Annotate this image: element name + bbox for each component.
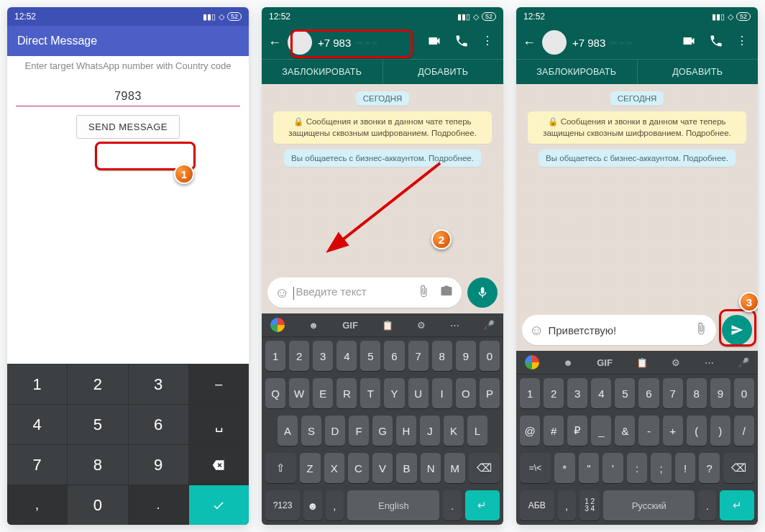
- encryption-notice[interactable]: 🔒 Сообщения и звонки в данном чате тепер…: [273, 111, 491, 144]
- message-input[interactable]: Введите текст: [293, 285, 410, 299]
- key-period[interactable]: .: [698, 490, 716, 520]
- key-z[interactable]: Z: [300, 453, 321, 483]
- key-1[interactable]: 1: [7, 364, 68, 404]
- mic-icon[interactable]: 🎤: [738, 357, 749, 368]
- key-space[interactable]: English: [347, 490, 439, 520]
- back-button[interactable]: ←: [266, 35, 283, 50]
- key-space[interactable]: Русский: [603, 490, 695, 520]
- key-plus[interactable]: +: [663, 416, 683, 446]
- key-colon[interactable]: :: [627, 453, 648, 483]
- more-icon[interactable]: ⋯: [450, 320, 459, 331]
- clipboard-icon[interactable]: 📋: [382, 320, 393, 331]
- key-g[interactable]: G: [372, 416, 393, 446]
- key-confirm[interactable]: [189, 485, 249, 525]
- message-input-pill[interactable]: ☺ Введите текст: [267, 278, 462, 308]
- key-rparen[interactable]: ): [710, 416, 730, 446]
- business-notice[interactable]: Вы общаетесь с бизнес-аккаунтом. Подробн…: [284, 150, 481, 167]
- key-8[interactable]: 8: [687, 378, 707, 408]
- contact-name[interactable]: +7 983··· ·· ··: [316, 37, 423, 49]
- key-star[interactable]: *: [554, 453, 575, 483]
- key-abc[interactable]: АБВ: [520, 490, 554, 520]
- key-3[interactable]: 3: [567, 378, 587, 408]
- key-backspace[interactable]: ⌫: [469, 453, 500, 483]
- key-backspace[interactable]: [189, 444, 249, 485]
- key-comma[interactable]: ,: [558, 490, 576, 520]
- key-k[interactable]: K: [444, 416, 464, 446]
- videocall-icon[interactable]: [427, 34, 441, 51]
- settings-icon[interactable]: ⚙: [417, 320, 426, 331]
- message-input[interactable]: Приветствую!: [548, 324, 687, 336]
- key-dquote[interactable]: ": [579, 453, 600, 483]
- key-l[interactable]: L: [467, 416, 487, 446]
- key-dash[interactable]: –: [189, 364, 249, 404]
- key-comma[interactable]: ,: [326, 490, 344, 520]
- back-button[interactable]: ←: [521, 35, 538, 50]
- key-underscore[interactable]: _: [591, 416, 611, 446]
- key-q[interactable]: Q: [265, 378, 285, 408]
- key-9[interactable]: 9: [456, 341, 476, 371]
- key-h[interactable]: H: [396, 416, 416, 446]
- key-1[interactable]: 1: [520, 378, 540, 408]
- key-8[interactable]: 8: [68, 444, 128, 485]
- key-r[interactable]: R: [336, 378, 357, 408]
- key-j[interactable]: J: [420, 416, 440, 446]
- google-icon[interactable]: [525, 355, 539, 370]
- key-v[interactable]: V: [372, 453, 393, 483]
- key-b[interactable]: B: [396, 453, 417, 483]
- key-f[interactable]: F: [349, 416, 369, 446]
- key-symbols[interactable]: ?123: [265, 490, 300, 520]
- key-4[interactable]: 4: [7, 404, 68, 444]
- key-7[interactable]: 7: [7, 444, 68, 485]
- more-icon[interactable]: ⋯: [705, 357, 714, 368]
- key-3[interactable]: 3: [129, 364, 189, 404]
- key-slash[interactable]: /: [734, 416, 754, 446]
- gif-icon[interactable]: GIF: [597, 357, 613, 368]
- key-9[interactable]: 9: [710, 378, 730, 408]
- camera-icon[interactable]: [437, 285, 456, 301]
- block-button[interactable]: ЗАБЛОКИРОВАТЬ: [516, 60, 638, 84]
- send-message-button[interactable]: SEND MESSAGE: [76, 115, 180, 139]
- block-button[interactable]: ЗАБЛОКИРОВАТЬ: [262, 60, 383, 84]
- key-minus[interactable]: -: [638, 416, 659, 446]
- key-6[interactable]: 6: [384, 341, 404, 371]
- key-bang[interactable]: !: [675, 453, 696, 483]
- key-period[interactable]: .: [129, 485, 189, 525]
- key-x[interactable]: X: [324, 453, 345, 483]
- key-o[interactable]: O: [456, 378, 476, 408]
- avatar[interactable]: [542, 30, 567, 55]
- google-icon[interactable]: [270, 318, 285, 332]
- key-2[interactable]: 2: [544, 378, 564, 408]
- key-d[interactable]: D: [325, 416, 345, 446]
- sticker-icon[interactable]: ☻: [563, 357, 573, 368]
- contact-name[interactable]: +7 983··· ·· ··: [571, 37, 677, 49]
- business-notice[interactable]: Вы общаетесь с бизнес-аккаунтом. Подробн…: [539, 150, 736, 167]
- key-9[interactable]: 9: [129, 444, 189, 485]
- key-ruble[interactable]: ₽: [567, 416, 587, 446]
- key-space[interactable]: ␣: [189, 404, 249, 444]
- key-numeric[interactable]: 1 23 4: [580, 490, 600, 520]
- key-5[interactable]: 5: [360, 341, 380, 371]
- add-button[interactable]: ДОБАВИТЬ: [383, 60, 504, 84]
- key-more-symbols[interactable]: =\<: [520, 453, 551, 483]
- key-7[interactable]: 7: [408, 341, 429, 371]
- key-0[interactable]: 0: [480, 341, 500, 371]
- key-hash[interactable]: #: [544, 416, 564, 446]
- key-c[interactable]: C: [348, 453, 369, 483]
- gif-icon[interactable]: GIF: [342, 320, 358, 331]
- key-2[interactable]: 2: [289, 341, 309, 371]
- videocall-icon[interactable]: [682, 34, 696, 51]
- sticker-icon[interactable]: ☻: [308, 320, 319, 331]
- key-n[interactable]: N: [421, 453, 441, 483]
- emoji-icon[interactable]: ☺: [275, 285, 289, 301]
- key-5[interactable]: 5: [615, 378, 635, 408]
- more-icon[interactable]: ⋮: [736, 34, 748, 51]
- call-icon[interactable]: [709, 34, 723, 51]
- key-e[interactable]: E: [313, 378, 333, 408]
- mic-icon[interactable]: 🎤: [483, 320, 495, 331]
- key-semicolon[interactable]: ;: [651, 453, 672, 483]
- key-s[interactable]: S: [301, 416, 321, 446]
- key-m[interactable]: M: [444, 453, 465, 483]
- key-6[interactable]: 6: [638, 378, 659, 408]
- key-y[interactable]: Y: [384, 378, 404, 408]
- key-shift[interactable]: ⇧: [265, 453, 296, 483]
